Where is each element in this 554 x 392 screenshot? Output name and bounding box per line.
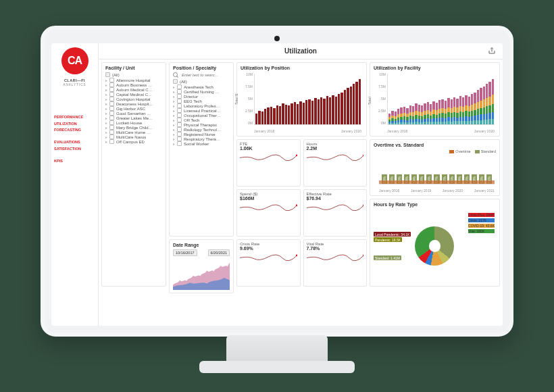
filter-facility-title: Facility / Unit [105,66,162,70]
position-item[interactable]: ▸EEG Tech [173,99,230,103]
facility-item[interactable]: ▸Off Campus ED [105,139,162,144]
dashboard-content: Facility / Unit (All) ▸Allenmore Hospita… [99,59,503,326]
position-search[interactable] [173,72,230,78]
position-item[interactable]: ▸Physical Therapist [173,122,230,127]
chart-util-position: Utilization by Position Total $ 10M 7.5M… [236,62,367,137]
overtime-legend: Overtime Standard [374,149,496,153]
facility-item[interactable]: ▸Auburn Medical C… [105,87,162,92]
filter-facility: Facility / Unit (All) ▸Allenmore Hospita… [101,62,166,287]
position-item[interactable]: ▸Registered Nurse [173,132,230,137]
facility-item[interactable]: ▸Mary Bridge Child… [105,125,162,130]
pie-left-labels: Local Pandemic: 34.1K Pandemic: 18.5K St… [374,232,411,260]
facility-item[interactable]: ▸Allenmore Hospital [105,78,162,82]
filter-position-title: Position / Specialty [173,66,230,70]
pie-chart[interactable] [415,226,454,266]
nav-performance[interactable]: Performance [54,115,95,120]
position-item[interactable]: ▸Certified Nursing … [173,89,230,94]
kpi-card[interactable]: Crisis Rate9.69% [236,239,301,287]
position-item[interactable]: ▸Director [173,94,230,99]
kpi-card[interactable]: FTE1.06K [236,139,301,187]
position-item[interactable]: ▸Radiology Technol… [173,127,230,132]
chart-overtime: Overtime vs. Standard Overtime Standard … [370,139,500,196]
position-all[interactable]: (All) [173,79,230,84]
search-icon [173,72,178,78]
date-from[interactable]: 10/16/2017 [173,249,197,256]
nav-satisfaction[interactable]: Satisfaction [54,147,95,152]
kpi-grid: FTE1.06KHours2.2MSpend ($)$166MEffective… [236,139,367,287]
date-to[interactable]: 6/20/2021 [208,249,230,256]
position-item[interactable]: ▸Laboratory Profes… [173,103,230,108]
position-item[interactable]: ▸Occupational Ther… [173,113,230,118]
date-range-chart[interactable] [173,258,230,290]
position-item[interactable]: ▸Respiratory Thera… [173,137,230,141]
chart-util-position-title: Utilization by Position [241,66,363,70]
brand-logo: CA [61,47,89,74]
facility-list: (All) ▸Allenmore Hospital▸Auburn Busines… [105,72,162,144]
app-window: CA CLARI—FIANALYTICS Performance Utiliza… [51,43,503,326]
position-item[interactable]: ▸Licensed Practical… [173,108,230,113]
monitor-stand [226,335,328,362]
position-item[interactable]: ▸Social Worker [173,141,230,146]
facility-item[interactable]: ▸Auburn Business … [105,82,162,87]
monitor-frame: CA CLARI—FIANALYTICS Performance Utiliza… [41,26,513,337]
date-range-title: Date Range [173,243,230,247]
nav-forecasting[interactable]: Forecasting [54,128,95,133]
y-axis: 10M 7.5M 5M 2.5M 0M [242,72,253,125]
kpi-card[interactable]: Effective Rate$76.94 [303,189,368,237]
kpi-card[interactable]: Vital Rate7.78% [303,239,368,287]
facility-item[interactable]: ▸Covington Hospital [105,97,162,101]
sidebar: CA CLARI—FIANALYTICS Performance Utiliza… [51,43,99,326]
titlebar: Utilization [99,43,503,59]
facility-item[interactable]: ▸MultiCare Navos [105,134,162,139]
brand-name: CLARI—FIANALYTICS [63,78,86,87]
kpi-card[interactable]: Hours2.2M [303,139,368,187]
facility-item[interactable]: ▸MultiCare Home … [105,130,162,134]
chart-hours-rate-title: Hours by Rate Type [374,202,496,207]
filter-position: Position / Specialty (All) ▸Anesthesia T… [169,62,234,237]
nav-utilization[interactable]: Utilization [54,122,95,127]
chart-util-facility: Utilization by Facility Total 10M 7.5M 5… [370,62,500,137]
chart-util-facility-title: Utilization by Facility [374,66,496,70]
facility-item[interactable]: ▸Luckett House [105,120,162,125]
position-search-input[interactable] [180,72,230,78]
chart-hours-rate: Hours by Rate Type Local Pandemic: 34.1K… [370,199,500,287]
position-list: (All) ▸Anesthesia Tech▸Certified Nursing… [173,79,230,146]
facility-item[interactable]: ▸Greater Lakes Me… [105,116,162,120]
facility-item[interactable]: ▸Good Samaritan … [105,111,162,116]
facility-all[interactable]: (All) [105,72,162,77]
facility-item[interactable]: ▸Deaconess Hospit… [105,101,162,106]
page-title: Utilization [284,47,317,55]
share-icon[interactable] [488,47,496,55]
monitor-base [199,361,355,373]
position-item[interactable]: ▸Anesthesia Tech [173,84,230,89]
main: Utilization Facility / Unit (All) ▸Allen… [99,43,503,326]
nav-kpis[interactable]: KPIs [54,159,95,164]
camera-dot [274,36,280,41]
position-item[interactable]: ▸OR Tech [173,118,230,122]
facility-item[interactable]: ▸Capital Medical C… [105,92,162,97]
pie-right-labels: Crisis-Plus: 299K Crisis: 217K COVID-19:… [468,213,495,233]
kpi-card[interactable]: Spend ($)$166M [236,189,301,237]
sidebar-nav: Performance Utilization Forecasting Eval… [54,115,95,164]
date-range-card: Date Range 10/16/2017 6/20/2021 [169,239,234,293]
chart-overtime-title: Overtime vs. Standard [374,143,496,147]
facility-item[interactable]: ▸Gig Harbor ASC [105,106,162,111]
nav-evaluations[interactable]: Evaluations [54,140,95,145]
